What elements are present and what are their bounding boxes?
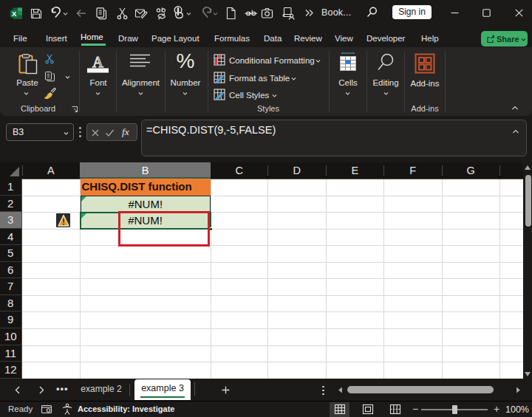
svg-text:X: X (12, 10, 17, 18)
svg-text:A: A (92, 54, 103, 70)
